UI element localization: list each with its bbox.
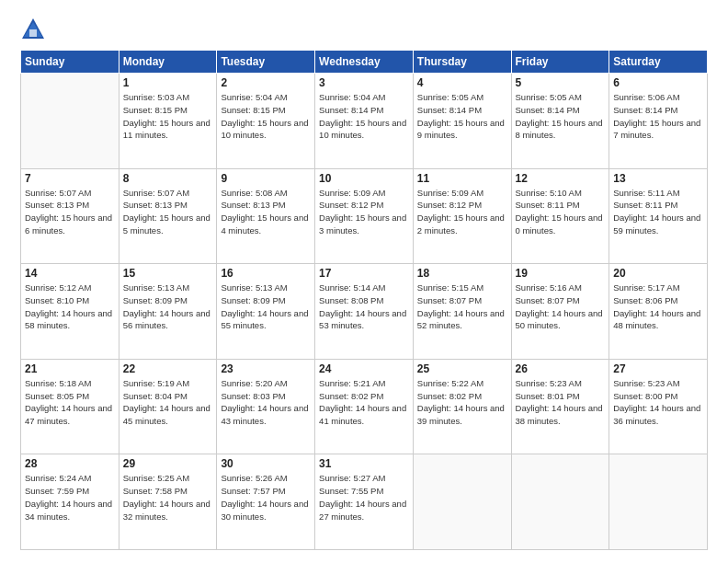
calendar-cell: 25Sunrise: 5:22 AM Sunset: 8:02 PM Dayli… <box>413 359 511 454</box>
day-number: 29 <box>123 457 213 470</box>
day-info: Sunrise: 5:14 AM Sunset: 8:08 PM Dayligh… <box>319 282 409 332</box>
day-number: 4 <box>417 76 507 89</box>
calendar-cell: 21Sunrise: 5:18 AM Sunset: 8:05 PM Dayli… <box>21 359 119 454</box>
calendar-cell: 6Sunrise: 5:06 AM Sunset: 8:14 PM Daylig… <box>609 74 708 169</box>
day-info: Sunrise: 5:21 AM Sunset: 8:02 PM Dayligh… <box>319 377 409 428</box>
calendar-cell: 14Sunrise: 5:12 AM Sunset: 8:10 PM Dayli… <box>21 264 119 360</box>
calendar-cell <box>609 454 708 550</box>
day-number: 8 <box>123 172 213 185</box>
calendar-cell: 9Sunrise: 5:08 AM Sunset: 8:13 PM Daylig… <box>217 168 315 264</box>
day-number: 7 <box>25 172 115 185</box>
day-info: Sunrise: 5:16 AM Sunset: 8:07 PM Dayligh… <box>516 282 606 332</box>
day-info: Sunrise: 5:25 AM Sunset: 7:58 PM Dayligh… <box>123 472 213 523</box>
calendar-cell <box>511 454 609 550</box>
day-number: 9 <box>221 172 311 185</box>
day-number: 20 <box>613 267 703 280</box>
calendar-cell <box>413 454 511 550</box>
calendar-header-row: SundayMondayTuesdayWednesdayThursdayFrid… <box>21 51 708 74</box>
calendar-cell: 2Sunrise: 5:04 AM Sunset: 8:15 PM Daylig… <box>217 74 315 169</box>
day-info: Sunrise: 5:17 AM Sunset: 8:06 PM Dayligh… <box>613 282 703 332</box>
calendar-cell <box>21 74 119 169</box>
calendar-cell: 24Sunrise: 5:21 AM Sunset: 8:02 PM Dayli… <box>315 359 414 454</box>
day-info: Sunrise: 5:09 AM Sunset: 8:12 PM Dayligh… <box>417 187 507 237</box>
calendar-cell: 12Sunrise: 5:10 AM Sunset: 8:11 PM Dayli… <box>511 168 609 264</box>
day-info: Sunrise: 5:03 AM Sunset: 8:15 PM Dayligh… <box>123 91 213 142</box>
day-info: Sunrise: 5:23 AM Sunset: 8:00 PM Dayligh… <box>613 377 703 428</box>
calendar-col-monday: Monday <box>119 51 217 74</box>
day-number: 31 <box>319 457 409 470</box>
calendar-week-3: 14Sunrise: 5:12 AM Sunset: 8:10 PM Dayli… <box>21 264 708 360</box>
calendar-cell: 19Sunrise: 5:16 AM Sunset: 8:07 PM Dayli… <box>511 264 609 360</box>
calendar-cell: 23Sunrise: 5:20 AM Sunset: 8:03 PM Dayli… <box>217 359 315 454</box>
calendar-col-tuesday: Tuesday <box>217 51 315 74</box>
day-info: Sunrise: 5:05 AM Sunset: 8:14 PM Dayligh… <box>516 91 606 142</box>
day-number: 26 <box>516 362 606 375</box>
calendar-cell: 1Sunrise: 5:03 AM Sunset: 8:15 PM Daylig… <box>119 74 217 169</box>
calendar-cell: 15Sunrise: 5:13 AM Sunset: 8:09 PM Dayli… <box>119 264 217 360</box>
day-info: Sunrise: 5:20 AM Sunset: 8:03 PM Dayligh… <box>221 377 311 428</box>
calendar-cell: 16Sunrise: 5:13 AM Sunset: 8:09 PM Dayli… <box>217 264 315 360</box>
day-number: 2 <box>221 76 311 89</box>
calendar-week-1: 1Sunrise: 5:03 AM Sunset: 8:15 PM Daylig… <box>21 74 708 169</box>
day-number: 1 <box>123 76 213 89</box>
calendar-week-4: 21Sunrise: 5:18 AM Sunset: 8:05 PM Dayli… <box>21 359 708 454</box>
calendar-col-saturday: Saturday <box>609 51 708 74</box>
day-number: 22 <box>123 362 213 375</box>
calendar-cell: 27Sunrise: 5:23 AM Sunset: 8:00 PM Dayli… <box>609 359 708 454</box>
day-info: Sunrise: 5:12 AM Sunset: 8:10 PM Dayligh… <box>25 282 115 332</box>
calendar-col-thursday: Thursday <box>413 51 511 74</box>
day-info: Sunrise: 5:04 AM Sunset: 8:15 PM Dayligh… <box>221 91 311 142</box>
day-number: 14 <box>25 267 115 280</box>
calendar-col-sunday: Sunday <box>21 51 119 74</box>
day-number: 19 <box>516 267 606 280</box>
day-info: Sunrise: 5:10 AM Sunset: 8:11 PM Dayligh… <box>516 187 606 237</box>
day-info: Sunrise: 5:27 AM Sunset: 7:55 PM Dayligh… <box>319 472 409 523</box>
day-number: 6 <box>613 76 703 89</box>
calendar-cell: 7Sunrise: 5:07 AM Sunset: 8:13 PM Daylig… <box>21 168 119 264</box>
calendar-col-friday: Friday <box>511 51 609 74</box>
day-info: Sunrise: 5:07 AM Sunset: 8:13 PM Dayligh… <box>123 187 213 237</box>
day-number: 27 <box>613 362 703 375</box>
day-number: 23 <box>221 362 311 375</box>
day-info: Sunrise: 5:13 AM Sunset: 8:09 PM Dayligh… <box>123 282 213 332</box>
day-info: Sunrise: 5:13 AM Sunset: 8:09 PM Dayligh… <box>221 282 311 332</box>
calendar-week-2: 7Sunrise: 5:07 AM Sunset: 8:13 PM Daylig… <box>21 168 708 264</box>
day-number: 3 <box>319 76 409 89</box>
calendar-week-5: 28Sunrise: 5:24 AM Sunset: 7:59 PM Dayli… <box>21 454 708 550</box>
day-info: Sunrise: 5:07 AM Sunset: 8:13 PM Dayligh… <box>25 187 115 237</box>
calendar-cell: 20Sunrise: 5:17 AM Sunset: 8:06 PM Dayli… <box>609 264 708 360</box>
day-number: 15 <box>123 267 213 280</box>
day-info: Sunrise: 5:23 AM Sunset: 8:01 PM Dayligh… <box>516 377 606 428</box>
calendar-cell: 4Sunrise: 5:05 AM Sunset: 8:14 PM Daylig… <box>413 74 511 169</box>
day-number: 13 <box>613 172 703 185</box>
day-number: 24 <box>319 362 409 375</box>
calendar-cell: 28Sunrise: 5:24 AM Sunset: 7:59 PM Dayli… <box>21 454 119 550</box>
day-number: 18 <box>417 267 507 280</box>
calendar-cell: 26Sunrise: 5:23 AM Sunset: 8:01 PM Dayli… <box>511 359 609 454</box>
day-number: 11 <box>417 172 507 185</box>
day-number: 17 <box>319 267 409 280</box>
day-info: Sunrise: 5:15 AM Sunset: 8:07 PM Dayligh… <box>417 282 507 332</box>
calendar-col-wednesday: Wednesday <box>315 51 414 74</box>
calendar-table: SundayMondayTuesdayWednesdayThursdayFrid… <box>20 50 708 550</box>
day-number: 30 <box>221 457 311 470</box>
day-number: 28 <box>25 457 115 470</box>
day-info: Sunrise: 5:22 AM Sunset: 8:02 PM Dayligh… <box>417 377 507 428</box>
day-info: Sunrise: 5:04 AM Sunset: 8:14 PM Dayligh… <box>319 91 409 142</box>
calendar-cell: 5Sunrise: 5:05 AM Sunset: 8:14 PM Daylig… <box>511 74 609 169</box>
day-info: Sunrise: 5:24 AM Sunset: 7:59 PM Dayligh… <box>25 472 115 523</box>
day-info: Sunrise: 5:09 AM Sunset: 8:12 PM Dayligh… <box>319 187 409 237</box>
calendar-cell: 18Sunrise: 5:15 AM Sunset: 8:07 PM Dayli… <box>413 264 511 360</box>
day-number: 5 <box>516 76 606 89</box>
svg-rect-2 <box>29 29 37 37</box>
calendar-cell: 8Sunrise: 5:07 AM Sunset: 8:13 PM Daylig… <box>119 168 217 264</box>
calendar-cell: 10Sunrise: 5:09 AM Sunset: 8:12 PM Dayli… <box>315 168 414 264</box>
calendar-cell: 3Sunrise: 5:04 AM Sunset: 8:14 PM Daylig… <box>315 74 414 169</box>
page-header <box>20 17 708 42</box>
logo <box>20 17 50 42</box>
calendar-cell: 31Sunrise: 5:27 AM Sunset: 7:55 PM Dayli… <box>315 454 414 550</box>
day-info: Sunrise: 5:11 AM Sunset: 8:11 PM Dayligh… <box>613 187 703 237</box>
logo-icon <box>20 17 46 42</box>
day-info: Sunrise: 5:26 AM Sunset: 7:57 PM Dayligh… <box>221 472 311 523</box>
calendar-cell: 17Sunrise: 5:14 AM Sunset: 8:08 PM Dayli… <box>315 264 414 360</box>
